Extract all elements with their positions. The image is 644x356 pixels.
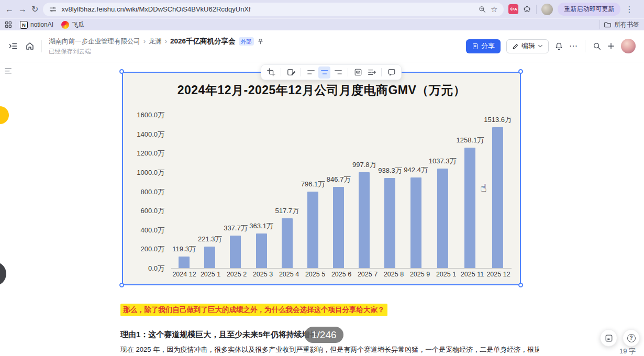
zoom-icon[interactable] xyxy=(479,6,486,13)
pin-icon[interactable] xyxy=(257,38,264,45)
breadcrumb-item-space[interactable]: 龙渊 xyxy=(149,37,162,46)
bar xyxy=(282,218,293,268)
breadcrumb-separator: › xyxy=(165,38,167,45)
annotate-icon[interactable] xyxy=(285,66,297,79)
x-tick-label: 2025 1 xyxy=(433,271,459,278)
bar-value-label: 221.3万 xyxy=(198,235,222,244)
forward-icon[interactable]: → xyxy=(18,5,27,14)
x-tick-label: 2025 6 xyxy=(328,271,354,278)
help-icon: ? xyxy=(627,334,636,342)
bar xyxy=(204,247,215,268)
outline-toggle-icon[interactable] xyxy=(4,67,12,75)
bar-cell: 363.1万 xyxy=(249,115,274,268)
word-count: 19 字 xyxy=(619,347,636,356)
translate-extension-icon[interactable]: 中A xyxy=(508,4,518,14)
bar-cell: 517.7万 xyxy=(274,115,300,268)
x-tick-label: 2025 11 xyxy=(459,271,485,278)
reading-notes-button[interactable] xyxy=(600,329,617,347)
bar-cell: 997.8万 xyxy=(351,115,377,268)
bar xyxy=(410,177,421,268)
url-text[interactable]: xv8lyll5haz.feishu.cn/wiki/MxDDwSChOiS4B… xyxy=(61,5,474,13)
bar-value-label: 1513.6万 xyxy=(484,115,512,125)
more-menu-icon[interactable]: ⋯ xyxy=(569,42,578,50)
site-info-icon[interactable] xyxy=(49,6,57,13)
edit-button[interactable]: 编辑 xyxy=(506,39,549,53)
crop-icon[interactable] xyxy=(265,66,277,79)
bar-value-label: 337.7万 xyxy=(224,224,248,233)
back-icon[interactable]: ← xyxy=(5,5,14,14)
highlighted-question[interactable]: 那么，除了我们自己做到了巨大的成绩之外，为什么我会选择这个项目分享给大家？ xyxy=(120,304,387,316)
comment-icon[interactable] xyxy=(385,66,397,79)
extensions-puzzle-icon[interactable] xyxy=(523,5,531,14)
toolbar-divider xyxy=(536,5,537,14)
toolbar-separator xyxy=(281,68,281,76)
y-tick-label: 0.0万 xyxy=(148,264,164,273)
align-right-icon[interactable] xyxy=(332,66,344,79)
help-button[interactable]: ? xyxy=(623,329,640,347)
bar-cell: 1037.3万 xyxy=(429,115,457,268)
bar xyxy=(464,148,475,268)
feigua-favicon xyxy=(61,21,69,29)
share-button[interactable]: 分享 xyxy=(466,39,501,53)
search-icon[interactable] xyxy=(593,42,601,50)
x-tick-label: 2025 4 xyxy=(276,271,302,278)
doc-title[interactable]: 2026千亿商机分享会 xyxy=(170,37,236,46)
bar-value-label: 1037.3万 xyxy=(429,157,457,166)
bookmark-star-icon[interactable]: ☆ xyxy=(491,5,497,14)
align-left-icon[interactable] xyxy=(305,66,317,79)
bar-cell: 942.4万 xyxy=(403,115,429,268)
edge-widget-dark[interactable] xyxy=(0,262,6,286)
bar-cell: 1513.6万 xyxy=(484,115,512,268)
user-avatar[interactable] xyxy=(621,39,636,53)
align-center-icon[interactable] xyxy=(318,66,330,79)
bar xyxy=(492,127,503,268)
pencil-icon xyxy=(512,43,519,50)
selection-handle-top-right[interactable] xyxy=(518,69,523,74)
create-new-icon[interactable] xyxy=(607,42,615,50)
bar-cell: 337.7万 xyxy=(223,115,248,268)
edge-widget-yellow[interactable] xyxy=(0,106,9,124)
browser-menu-icon[interactable]: ⋮ xyxy=(625,5,633,14)
bar xyxy=(230,236,241,268)
toolbar-separator xyxy=(381,68,382,76)
bookmark-item-notionai[interactable]: N notionAI xyxy=(20,21,53,29)
x-tick-label: 2025 3 xyxy=(250,271,276,278)
bookmarks-bar: N notionAI 飞瓜 所有书签 xyxy=(0,18,644,30)
save-status: 已经保存到云端 xyxy=(49,48,264,55)
edit-label: 编辑 xyxy=(521,41,535,51)
header-divider xyxy=(585,40,585,52)
document-area: 2024年12月-2025年12月公司月度电商GMV（万元） 1600.0万14… xyxy=(0,62,644,356)
y-tick-label: 600.0万 xyxy=(140,207,164,215)
reason-heading[interactable]: 理由1：这个赛道规模巨大，且至少未来5年仍将持续增长 xyxy=(120,330,318,340)
selection-handle-bottom-right[interactable] xyxy=(518,283,523,287)
directory-toggle-icon[interactable] xyxy=(8,41,18,51)
home-icon[interactable] xyxy=(25,41,35,51)
all-bookmarks-label: 所有书签 xyxy=(614,20,639,29)
selection-handle-top-left[interactable] xyxy=(119,69,124,74)
browser-profile-avatar[interactable] xyxy=(541,4,553,15)
external-badge: 外部 xyxy=(239,37,254,46)
bar-cell: 119.3万 xyxy=(171,115,197,268)
body-paragraph[interactable]: 现在 2025 年，因为疫情冲击，很多实体以及很多产业收到严重影响，但是有两个赛… xyxy=(120,345,539,354)
update-chip-button[interactable]: 重新启动即可更新 xyxy=(558,3,620,16)
selection-handle-bottom-left[interactable] xyxy=(119,283,124,287)
extract-icon[interactable] xyxy=(365,66,377,79)
apps-grid-icon[interactable] xyxy=(5,21,12,28)
x-tick-label: 2025 1 xyxy=(197,271,224,278)
bar-value-label: 517.7万 xyxy=(275,206,299,216)
x-tick-label: 2024 12 xyxy=(171,271,197,278)
bar xyxy=(179,257,190,268)
address-bar[interactable]: xv8lyll5haz.feishu.cn/wiki/MxDDwSChOiS4B… xyxy=(43,3,504,16)
header-divider xyxy=(41,40,42,52)
y-tick-label: 1200.0万 xyxy=(137,149,164,158)
y-tick-label: 1600.0万 xyxy=(137,111,164,119)
reload-icon[interactable]: ↻ xyxy=(31,5,38,14)
breadcrumb-item-company[interactable]: 湖南向前一步企业管理有限公司 xyxy=(49,37,140,46)
link-doc-icon[interactable] xyxy=(352,66,364,79)
all-bookmarks-button[interactable]: 所有书签 xyxy=(604,20,639,29)
bar xyxy=(307,192,318,268)
notifications-bell-icon[interactable] xyxy=(554,42,563,51)
chart-image[interactable]: 2024年12月-2025年12月公司月度电商GMV（万元） 1600.0万14… xyxy=(122,72,521,285)
x-tick-label: 2025 9 xyxy=(407,271,433,278)
bookmark-item-feigua[interactable]: 飞瓜 xyxy=(61,20,84,29)
